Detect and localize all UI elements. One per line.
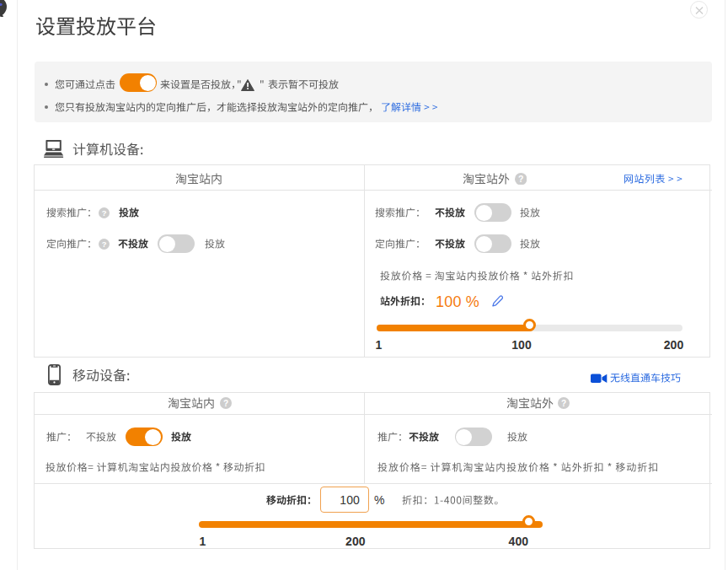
svg-text:?: ? bbox=[222, 399, 228, 408]
svg-text:?: ? bbox=[518, 175, 523, 184]
svg-text:?: ? bbox=[560, 399, 565, 408]
svg-text:?: ? bbox=[102, 209, 107, 218]
svg-text:?: ? bbox=[102, 240, 107, 249]
